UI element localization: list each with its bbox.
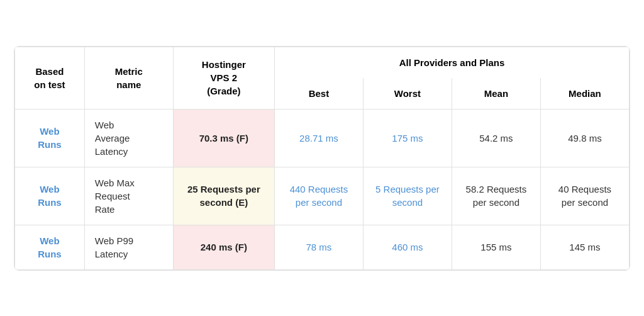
col-metric-header: Metric name: [84, 47, 173, 109]
hostinger-value-cell: 240 ms (F): [173, 225, 274, 269]
mean-cell: 155 ms: [452, 225, 540, 269]
mean-cell: 58.2 Requests per second: [452, 167, 540, 225]
best-cell: 78 ms: [274, 225, 363, 269]
metric-cell: Web MaxRequestRate: [84, 167, 173, 225]
hostinger-value-cell: 70.3 ms (F): [173, 109, 274, 167]
median-cell: 49.8 ms: [540, 109, 629, 167]
col-median-header: Median: [540, 78, 629, 110]
median-cell: 40 Requests per second: [540, 167, 629, 225]
col-all-providers-header: All Providers and Plans: [274, 47, 629, 78]
metric-cell: WebAverageLatency: [84, 109, 173, 167]
metric-cell: Web P99Latency: [84, 225, 173, 269]
col-based-header: Based on test: [15, 47, 85, 109]
based-cell[interactable]: WebRuns: [15, 225, 85, 269]
based-cell[interactable]: WebRuns: [15, 167, 85, 225]
worst-cell: 175 ms: [363, 109, 452, 167]
best-cell: 440 Requests per second: [274, 167, 363, 225]
based-cell[interactable]: WebRuns: [15, 109, 85, 167]
col-worst-header: Worst: [363, 78, 452, 110]
worst-cell: 460 ms: [363, 225, 452, 269]
table-row: WebRunsWeb MaxRequestRate25 Requests per…: [15, 167, 630, 225]
hostinger-value-cell: 25 Requests per second (E): [173, 167, 274, 225]
table-row: WebRunsWeb P99Latency240 ms (F)78 ms460 …: [15, 225, 630, 269]
col-best-header: Best: [274, 78, 363, 110]
worst-cell: 5 Requests per second: [363, 167, 452, 225]
median-cell: 145 ms: [540, 225, 629, 269]
best-cell: 28.71 ms: [274, 109, 363, 167]
table-row: WebRunsWebAverageLatency70.3 ms (F)28.71…: [15, 109, 630, 167]
comparison-table: Based on test Metric name Hostinger VPS …: [14, 46, 630, 271]
mean-cell: 54.2 ms: [452, 109, 540, 167]
col-hostinger-header: Hostinger VPS 2 (Grade): [173, 47, 274, 109]
col-mean-header: Mean: [452, 78, 540, 110]
